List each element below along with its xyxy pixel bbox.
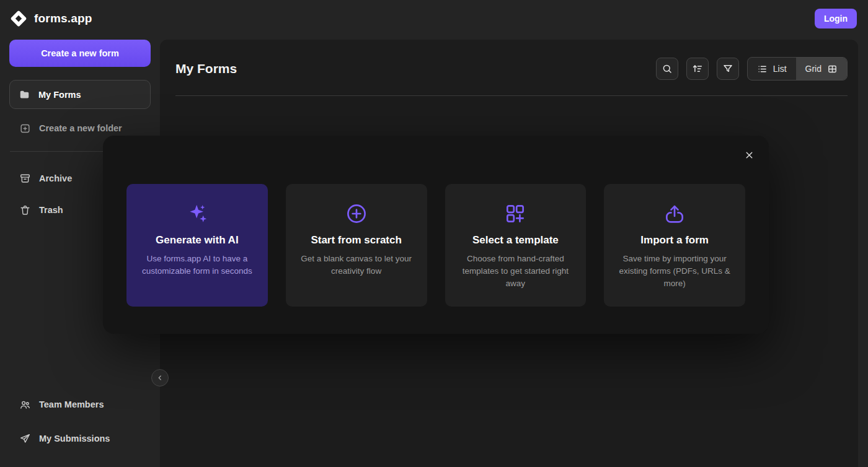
view-toggle-list[interactable]: List: [748, 58, 796, 80]
content-header: My Forms: [160, 40, 858, 95]
card-description: Get a blank canvas to let your creativit…: [296, 253, 417, 277]
close-icon: [744, 150, 755, 160]
card-generate-with-ai[interactable]: Generate with AI Use forms.app AI to hav…: [126, 184, 268, 307]
folder-plus-icon: [19, 123, 31, 134]
view-toggle-list-label: List: [773, 64, 787, 74]
sidebar-item-label: Archive: [39, 173, 72, 183]
card-title: Select a template: [455, 234, 577, 247]
sidebar-item-my-forms[interactable]: My Forms: [9, 80, 151, 109]
brand-name: forms.app: [34, 12, 92, 25]
collapse-sidebar-button[interactable]: [151, 369, 169, 386]
filter-button[interactable]: [717, 58, 739, 80]
card-title: Generate with AI: [136, 234, 258, 247]
sidebar-item-label: My Forms: [38, 90, 81, 100]
topbar: forms.app Login: [0, 0, 868, 37]
login-button[interactable]: Login: [815, 9, 857, 28]
toolbar: List Grid: [656, 57, 848, 81]
modal-close-button[interactable]: [739, 145, 759, 165]
view-toggle-grid-label: Grid: [805, 64, 822, 74]
folder-icon: [19, 89, 30, 100]
sidebar-item-label: Trash: [39, 205, 63, 215]
create-new-form-button[interactable]: Create a new form: [9, 40, 151, 67]
sidebar-item-label: Team Members: [39, 399, 104, 409]
list-icon: [757, 64, 768, 74]
team-icon: [19, 399, 31, 411]
archive-icon: [19, 173, 31, 185]
card-start-from-scratch[interactable]: Start from scratch Get a blank canvas to…: [286, 184, 427, 307]
template-icon: [455, 201, 577, 227]
plus-circle-icon: [296, 201, 417, 227]
trash-icon: [19, 204, 31, 216]
filter-icon: [722, 63, 733, 74]
card-title: Start from scratch: [296, 234, 417, 247]
card-description: Use forms.app AI to have a customizable …: [136, 253, 258, 277]
sparkles-icon: [136, 201, 258, 227]
forms-app-logo-icon: [9, 9, 28, 28]
modal-cards: Generate with AI Use forms.app AI to hav…: [126, 184, 745, 307]
sidebar-bottom: Team Members My Submissions: [9, 391, 151, 460]
view-toggle: List Grid: [747, 57, 848, 81]
sidebar-item-label: My Submissions: [39, 434, 110, 443]
page-title: My Forms: [175, 61, 237, 76]
view-toggle-grid[interactable]: Grid: [796, 58, 847, 80]
paper-plane-icon: [19, 433, 31, 445]
search-button[interactable]: [656, 58, 678, 80]
sort-button[interactable]: [686, 58, 709, 80]
brand: forms.app: [9, 9, 92, 28]
card-description: Choose from hand-crafted templates to ge…: [455, 253, 577, 290]
card-import-a-form[interactable]: Import a form Save time by importing you…: [604, 184, 745, 307]
chevron-left-icon: [156, 374, 164, 382]
card-select-a-template[interactable]: Select a template Choose from hand-craft…: [445, 184, 587, 307]
header-divider: [175, 95, 848, 96]
grid-icon: [827, 64, 838, 74]
upload-icon: [614, 201, 735, 227]
sidebar-item-team-members[interactable]: Team Members: [9, 391, 151, 417]
sort-icon: [692, 63, 703, 74]
card-title: Import a form: [614, 234, 735, 247]
sidebar-item-label: Create a new folder: [39, 123, 122, 133]
create-form-modal: Generate with AI Use forms.app AI to hav…: [103, 136, 769, 334]
card-description: Save time by importing your existing for…: [614, 253, 735, 290]
sidebar-item-my-submissions[interactable]: My Submissions: [9, 426, 151, 452]
search-icon: [662, 63, 673, 74]
